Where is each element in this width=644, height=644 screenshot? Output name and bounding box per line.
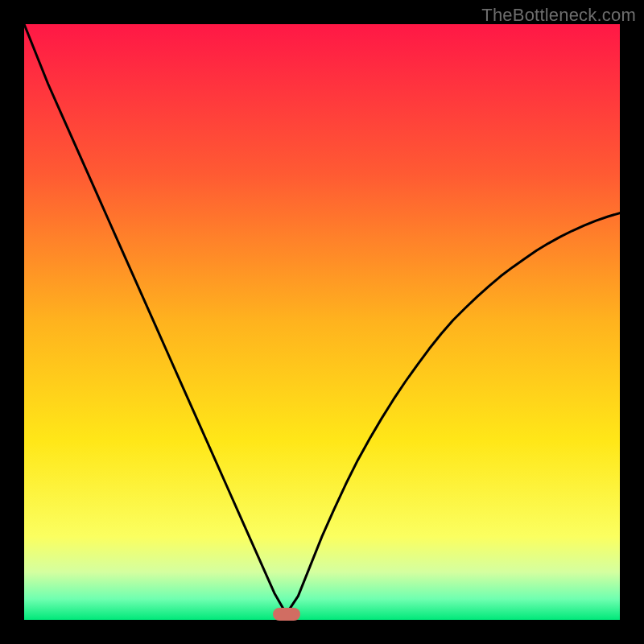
chart-svg [24, 24, 620, 620]
gradient-background [24, 24, 620, 620]
plot-area [24, 24, 620, 620]
optimum-marker [273, 608, 300, 621]
chart-outer: TheBottleneck.com [0, 0, 644, 644]
watermark-text: TheBottleneck.com [481, 5, 636, 26]
